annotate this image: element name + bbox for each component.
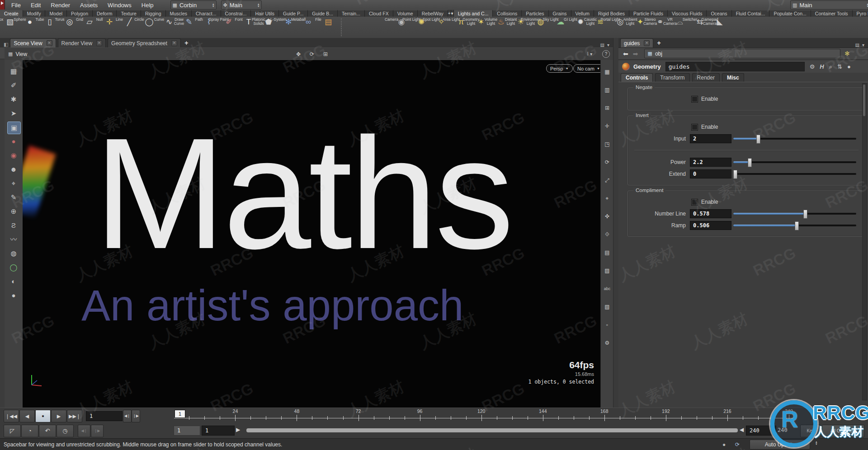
persp-view-button[interactable]: Persp▼ <box>546 64 573 73</box>
shelf-tab-oceans[interactable]: Oceans <box>707 10 731 17</box>
range-bar[interactable] <box>246 428 738 432</box>
snap-mode-icon[interactable]: ⟳ <box>310 51 314 57</box>
current-frame-field[interactable]: 1 <box>86 411 123 421</box>
shelf-tab-viscous-fluids[interactable]: Viscous Fluids <box>668 10 707 17</box>
pane-handle-icon[interactable]: ◧ <box>4 42 8 47</box>
shelf-tab-polygon[interactable]: Polygon <box>67 10 93 17</box>
layout-spinner[interactable]: ▴▾ <box>258 3 259 7</box>
shelf-tab-grains[interactable]: Grains <box>549 10 571 17</box>
desktop-selector[interactable]: ▦ Corbin ▴▾ <box>170 0 217 9</box>
timeline[interactable]: ❘◀◀◀▪▶▶▶❘1◀❘❘▶24487296120144168192216240… <box>0 408 868 423</box>
shelf-add-tab-button[interactable]: + <box>448 10 451 17</box>
param-value-field[interactable]: 0 <box>690 169 731 178</box>
shelf-tab-populate-con-[interactable]: Populate Con... <box>769 10 811 17</box>
range-next-key-button[interactable]: ❘▶ <box>91 425 104 437</box>
left-toolbar-tool-17[interactable]: ● <box>7 290 20 301</box>
param-value-field[interactable]: 0.506 <box>690 221 731 230</box>
close-icon[interactable]: ✕ <box>644 40 650 46</box>
param-tab-misc[interactable]: Misc <box>722 73 744 82</box>
help-icon[interactable]: ? <box>602 50 610 58</box>
right-layout-selector[interactable]: ▥ Main ▴▾ <box>790 0 868 9</box>
right-toolbar-tool-6[interactable]: ⟳ <box>603 158 612 167</box>
shelf-tab-modify[interactable]: Modify <box>23 10 46 17</box>
right-toolbar-tool-9[interactable]: ✜ <box>603 212 612 221</box>
right-path-field[interactable]: ▦ obj <box>644 49 840 58</box>
shelf-tab-texture[interactable]: Texture <box>117 10 141 17</box>
param-value-field[interactable]: 2.2 <box>690 158 731 167</box>
slider-handle[interactable] <box>803 210 807 219</box>
param-slider[interactable] <box>733 161 856 163</box>
shelf-tab-muscles[interactable]: Muscles <box>166 10 192 17</box>
range-prev-key-button[interactable]: ◀❘ <box>78 425 90 437</box>
left-toolbar-tool-15[interactable]: ◯ <box>7 262 20 273</box>
left-toolbar-tool-10[interactable]: ✎ <box>7 192 20 203</box>
pane-menu-icon[interactable]: ▤ <box>855 42 859 47</box>
param-tab-render[interactable]: Render <box>692 73 720 82</box>
right-toolbar-tool-11[interactable]: ▤ <box>603 248 612 257</box>
select-mode-icon[interactable]: ✥ <box>296 51 301 57</box>
left-toolbar-tool-2[interactable]: ✐ <box>7 80 20 91</box>
close-icon[interactable]: ✕ <box>171 40 177 46</box>
param-value-field[interactable]: 2 <box>690 134 731 143</box>
play-reverse-button[interactable]: ◀ <box>19 410 35 422</box>
param-value-field[interactable]: 0.578 <box>690 209 731 218</box>
layout-selector[interactable]: ✥ Main ▴▾ <box>221 0 262 9</box>
scrollbar-thumb[interactable] <box>863 84 865 116</box>
enable-checkbox[interactable] <box>691 124 698 131</box>
range-start-field[interactable]: 1 <box>202 426 235 436</box>
jump-end-button[interactable]: ▶▶❘ <box>67 410 82 422</box>
right-toolbar-tool-15[interactable]: ▫ <box>603 320 612 329</box>
param-tab-transform[interactable]: Transform <box>655 73 689 82</box>
shelf-tab-deform[interactable]: Deform <box>93 10 117 17</box>
search-icon[interactable]: ⌕ <box>829 63 832 70</box>
param-slider[interactable] <box>733 213 856 215</box>
play-button[interactable]: ▶ <box>51 410 66 422</box>
layout-columns-icon[interactable]: ⠇▾ <box>587 52 592 56</box>
global-start-field[interactable]: 1 <box>174 426 200 436</box>
forward-arrow-icon[interactable]: ➡ <box>633 50 638 57</box>
right-toolbar-tool-13[interactable]: abc <box>603 284 612 293</box>
range-start-handle[interactable]: ▶ <box>236 427 240 433</box>
slider-handle[interactable] <box>733 170 737 179</box>
shelf-tab-constrai-[interactable]: Constrai... <box>221 10 251 17</box>
shelf-tab-container-tools[interactable]: Container Tools <box>811 10 853 17</box>
menu-assets[interactable]: Assets <box>75 2 103 9</box>
shelf-tab-charact-[interactable]: Charact... <box>192 10 221 17</box>
left-toolbar-tool-16[interactable]: ◐ <box>7 276 20 287</box>
shelf-tab-lights-and-c-[interactable]: Lights and C... <box>454 10 493 17</box>
pane-tab-render-view[interactable]: Render View✕ <box>58 38 106 47</box>
right-toolbar-tool-2[interactable]: ▥ <box>603 85 612 94</box>
range-end-handle[interactable]: ◀ <box>740 427 744 433</box>
pane-dropdown-icon[interactable]: ▾ <box>607 42 609 47</box>
undo-scrub-button[interactable]: ↶ <box>39 425 56 437</box>
menu-windows[interactable]: Windows <box>103 2 137 9</box>
jump-start-button[interactable]: ❘◀◀ <box>4 410 19 422</box>
left-toolbar-tool-1[interactable]: ▦ <box>7 66 20 77</box>
left-toolbar-tool-11[interactable]: ⊕ <box>7 206 20 217</box>
right-toolbar-tool-16[interactable]: ⚙ <box>603 338 612 347</box>
menu-file[interactable]: File <box>6 2 26 9</box>
step-back-button[interactable]: ◀❘ <box>123 410 132 422</box>
slider-handle[interactable] <box>748 158 752 167</box>
audio-button[interactable]: ◔ <box>21 425 38 437</box>
realtime-button[interactable]: ◷ <box>57 425 74 437</box>
scrub-mode-button[interactable]: ◸ <box>4 425 21 437</box>
right-toolbar-tool-5[interactable]: ◳ <box>603 140 612 149</box>
left-toolbar-tool-12[interactable]: Ƨ <box>7 220 20 231</box>
close-icon[interactable]: ✕ <box>47 40 52 46</box>
param-tab-controls[interactable]: Controls <box>621 73 653 82</box>
right-toolbar-tool-14[interactable]: ▧ <box>603 302 612 311</box>
slider-handle[interactable] <box>756 135 760 144</box>
cache-icon[interactable]: ● <box>722 441 726 448</box>
new-tab-button[interactable]: + <box>184 39 188 47</box>
left-toolbar-tool-3[interactable]: ✱ <box>7 94 20 105</box>
shelf-tool-gamepad-camera[interactable]: ◣Gamepad Camera <box>710 17 730 38</box>
right-toolbar-tool-12[interactable]: ▨ <box>603 266 612 275</box>
param-slider[interactable] <box>733 225 856 226</box>
gear-icon[interactable]: ⚙ <box>810 63 815 70</box>
right-toolbar-tool-8[interactable]: ⌖ <box>603 194 612 203</box>
sort-icon[interactable]: ⇅ <box>837 63 842 70</box>
right-toolbar-tool-7[interactable]: ⤢ <box>603 176 612 185</box>
pane-tab-geometry-spreadsheet[interactable]: Geometry Spreadsheet✕ <box>108 38 181 47</box>
enable-checkbox[interactable] <box>691 96 698 103</box>
